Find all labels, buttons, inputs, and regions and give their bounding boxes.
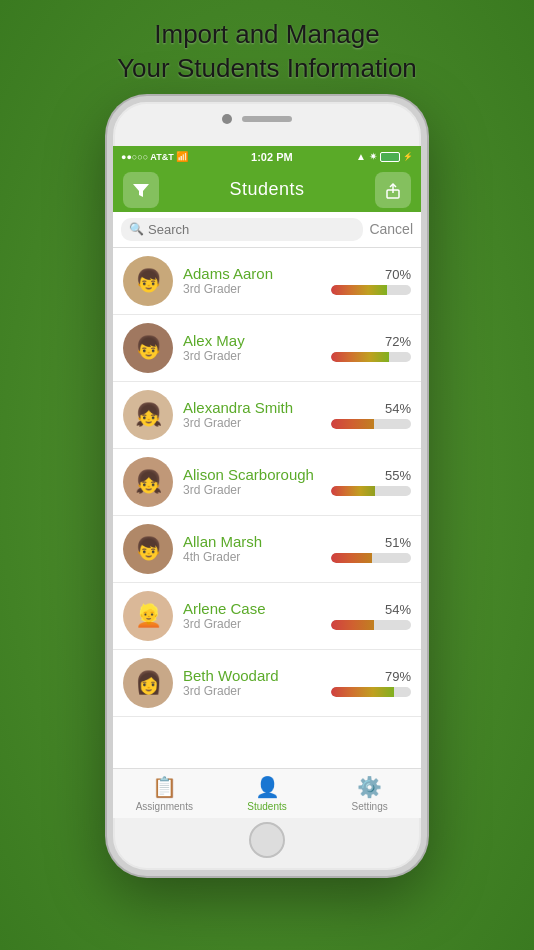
status-right: ▲ ✴ ⚡ [356, 151, 413, 162]
page-header: Import and Manage Your Students Informat… [97, 0, 437, 96]
student-list-item[interactable]: 👧 Alexandra Smith 3rd Grader 54% [113, 382, 421, 449]
settings-tab-label: Settings [352, 801, 388, 812]
score-bar [331, 553, 411, 563]
student-list-item[interactable]: 👱 Arlene Case 3rd Grader 54% [113, 583, 421, 650]
student-score: 55% [331, 468, 411, 496]
student-info: Arlene Case 3rd Grader [183, 600, 321, 631]
student-info: Beth Woodard 3rd Grader [183, 667, 321, 698]
settings-tab-icon: ⚙️ [357, 775, 382, 799]
tab-settings[interactable]: ⚙️ Settings [318, 771, 421, 816]
score-bar [331, 419, 411, 429]
nav-bar: Students [113, 168, 421, 212]
student-info: Adams Aaron 3rd Grader [183, 265, 321, 296]
score-percent: 70% [385, 267, 411, 282]
location-icon: ▲ [356, 151, 366, 162]
student-grade: 3rd Grader [183, 282, 321, 296]
score-bar-fill [331, 285, 387, 295]
filter-button[interactable] [123, 172, 159, 208]
status-left: ●●○○○ AT&T 📶 [121, 151, 188, 162]
score-bar [331, 687, 411, 697]
student-score: 54% [331, 602, 411, 630]
score-bar-fill [331, 486, 375, 496]
students-tab-icon: 👤 [255, 775, 280, 799]
share-button[interactable] [375, 172, 411, 208]
student-score: 51% [331, 535, 411, 563]
tab-students[interactable]: 👤 Students [216, 771, 319, 816]
student-list-item[interactable]: 👦 Allan Marsh 4th Grader 51% [113, 516, 421, 583]
student-grade: 3rd Grader [183, 416, 321, 430]
nav-title: Students [229, 179, 304, 200]
svg-marker-0 [133, 184, 149, 197]
bluetooth-icon: ✴ [369, 151, 377, 162]
student-grade: 4th Grader [183, 550, 321, 564]
search-input[interactable] [148, 222, 355, 237]
search-input-wrap: 🔍 [121, 218, 363, 241]
share-icon [383, 180, 403, 200]
filter-icon [131, 180, 151, 200]
student-avatar: 👧 [123, 390, 173, 440]
assignments-tab-label: Assignments [136, 801, 193, 812]
phone-home-button[interactable] [249, 822, 285, 858]
phone-screen: ●●○○○ AT&T 📶 1:02 PM ▲ ✴ ⚡ Students [113, 146, 421, 818]
student-list: 👦 Adams Aaron 3rd Grader 70% 👦 Alex May … [113, 248, 421, 768]
student-info: Alexandra Smith 3rd Grader [183, 399, 321, 430]
cancel-button[interactable]: Cancel [369, 221, 413, 237]
score-bar-fill [331, 553, 372, 563]
student-list-item[interactable]: 👦 Alex May 3rd Grader 72% [113, 315, 421, 382]
score-percent: 79% [385, 669, 411, 684]
student-list-item[interactable]: 👧 Alison Scarborough 3rd Grader 55% [113, 449, 421, 516]
student-score: 79% [331, 669, 411, 697]
score-bar [331, 352, 411, 362]
student-avatar: 👧 [123, 457, 173, 507]
student-grade: 3rd Grader [183, 617, 321, 631]
tab-bar: 📋 Assignments 👤 Students ⚙️ Settings [113, 768, 421, 818]
score-percent: 54% [385, 401, 411, 416]
tab-assignments[interactable]: 📋 Assignments [113, 771, 216, 816]
student-name: Allan Marsh [183, 533, 321, 550]
student-avatar: 👦 [123, 256, 173, 306]
score-bar [331, 285, 411, 295]
score-bar [331, 486, 411, 496]
score-bar-fill [331, 419, 374, 429]
score-bar [331, 620, 411, 630]
student-name: Alex May [183, 332, 321, 349]
battery-icon [380, 152, 400, 162]
student-name: Beth Woodard [183, 667, 321, 684]
student-avatar: 👦 [123, 323, 173, 373]
student-info: Alex May 3rd Grader [183, 332, 321, 363]
score-percent: 55% [385, 468, 411, 483]
carrier-text: ●●○○○ AT&T [121, 152, 174, 162]
student-name: Adams Aaron [183, 265, 321, 282]
student-list-item[interactable]: 👩 Beth Woodard 3rd Grader 79% [113, 650, 421, 717]
header-title: Import and Manage Your Students Informat… [117, 18, 417, 86]
student-info: Allan Marsh 4th Grader [183, 533, 321, 564]
phone-frame: ●●○○○ AT&T 📶 1:02 PM ▲ ✴ ⚡ Students [107, 96, 427, 876]
score-bar-fill [331, 687, 394, 697]
student-avatar: 👦 [123, 524, 173, 574]
score-bar-fill [331, 620, 374, 630]
student-score: 54% [331, 401, 411, 429]
score-percent: 51% [385, 535, 411, 550]
student-list-item[interactable]: 👦 Adams Aaron 3rd Grader 70% [113, 248, 421, 315]
score-percent: 54% [385, 602, 411, 617]
search-magnifier-icon: 🔍 [129, 222, 144, 236]
status-bar: ●●○○○ AT&T 📶 1:02 PM ▲ ✴ ⚡ [113, 146, 421, 168]
student-name: Alexandra Smith [183, 399, 321, 416]
student-name: Alison Scarborough [183, 466, 321, 483]
phone-speaker [242, 116, 292, 122]
student-name: Arlene Case [183, 600, 321, 617]
battery-charge-icon: ⚡ [403, 152, 413, 161]
student-info: Alison Scarborough 3rd Grader [183, 466, 321, 497]
students-tab-label: Students [247, 801, 286, 812]
student-avatar: 👱 [123, 591, 173, 641]
wifi-icon: 📶 [176, 151, 188, 162]
assignments-tab-icon: 📋 [152, 775, 177, 799]
score-bar-fill [331, 352, 389, 362]
student-score: 72% [331, 334, 411, 362]
score-percent: 72% [385, 334, 411, 349]
student-grade: 3rd Grader [183, 483, 321, 497]
student-score: 70% [331, 267, 411, 295]
phone-camera [222, 114, 232, 124]
status-time: 1:02 PM [251, 151, 293, 163]
student-grade: 3rd Grader [183, 349, 321, 363]
